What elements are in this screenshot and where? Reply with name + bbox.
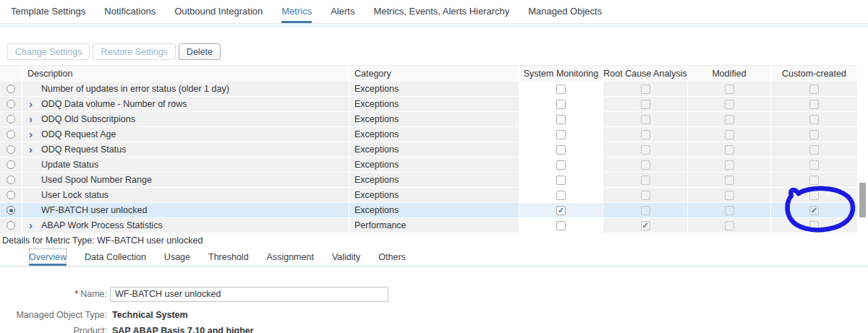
- header-category[interactable]: Category: [349, 65, 519, 81]
- change-settings-button[interactable]: Change Settings: [7, 43, 90, 60]
- details-tab-usage[interactable]: Usage: [164, 248, 190, 266]
- details-tab-assignment[interactable]: Assignment: [267, 248, 314, 266]
- modified-cell: [688, 82, 770, 96]
- root-cause-analysis-checkbox: [641, 221, 650, 230]
- header-custom-created[interactable]: Custom-created: [771, 65, 857, 81]
- category-cell: Exceptions: [349, 203, 519, 217]
- custom-created-checkbox: [809, 176, 819, 185]
- system-monitoring-checkbox[interactable]: [556, 221, 566, 230]
- description-text: ODQ Data volume - Number of rows: [41, 99, 187, 109]
- system-monitoring-checkbox[interactable]: [556, 145, 566, 155]
- header-description[interactable]: Description: [22, 65, 349, 81]
- system-monitoring-checkbox[interactable]: [556, 206, 566, 215]
- table-row[interactable]: ›ODQ Request AgeExceptions: [0, 127, 857, 142]
- description-cell: ›ODQ Old Subscritpions: [22, 112, 349, 126]
- table-row[interactable]: Update StatusExceptions: [0, 157, 857, 172]
- row-radio-button[interactable]: [7, 100, 15, 108]
- row-select-cell: [0, 82, 22, 96]
- details-tab-validity[interactable]: Validity: [332, 248, 360, 266]
- top-tab-outbound-integration[interactable]: Outbound Integration: [174, 0, 263, 23]
- system-monitoring-checkbox[interactable]: [556, 191, 566, 200]
- expand-chevron-icon[interactable]: ›: [29, 143, 33, 156]
- description-cell: ›ABAP Work Process Statistics: [22, 218, 349, 233]
- modified-cell: [688, 97, 770, 111]
- table-row[interactable]: ›ODQ Old SubscritpionsExceptions: [0, 112, 857, 126]
- modified-checkbox: [725, 130, 734, 139]
- system-monitoring-checkbox[interactable]: [556, 115, 566, 124]
- system-monitoring-cell: [519, 173, 603, 187]
- category-cell: Exceptions: [349, 127, 519, 142]
- root-cause-analysis-checkbox: [641, 100, 650, 109]
- top-tab-metrics[interactable]: Metrics: [281, 0, 312, 23]
- row-radio-button[interactable]: [7, 85, 15, 93]
- expand-chevron-icon[interactable]: ›: [29, 219, 33, 232]
- expand-chevron-icon[interactable]: ›: [29, 113, 33, 126]
- modified-cell: [688, 173, 770, 187]
- custom-created-checkbox: [809, 100, 819, 109]
- table-row[interactable]: Used Spool Number RangeExceptions: [0, 173, 857, 187]
- product-value: SAP ABAP Basis 7.10 and higher: [112, 326, 254, 333]
- row-radio-button[interactable]: [7, 115, 15, 124]
- table-row[interactable]: Number of updates in error status (older…: [0, 82, 857, 96]
- expand-chevron-icon[interactable]: ›: [29, 98, 33, 111]
- table-header-row: Description Category System Monitoring R…: [0, 65, 857, 81]
- top-tab-alerts[interactable]: Alerts: [331, 0, 354, 23]
- table-row[interactable]: ›ABAP Work Process StatisticsPerformance: [0, 218, 857, 233]
- table-scrollbar[interactable]: [858, 65, 868, 233]
- table-row[interactable]: ›ODQ Data volume - Number of rowsExcepti…: [0, 97, 857, 111]
- details-tab-data-collection[interactable]: Data Collection: [85, 248, 146, 266]
- row-radio-button[interactable]: [7, 130, 15, 139]
- modified-cell: [688, 127, 770, 142]
- details-tab-others[interactable]: Others: [378, 248, 406, 266]
- custom-created-cell: [771, 97, 857, 111]
- header-modified[interactable]: Modified: [688, 65, 770, 81]
- row-select-cell: [0, 142, 22, 157]
- root-cause-analysis-checkbox: [641, 191, 650, 200]
- row-radio-button[interactable]: [7, 160, 15, 169]
- description-cell: Update Status: [22, 157, 349, 172]
- custom-created-cell: [771, 112, 857, 126]
- details-tab-threshold[interactable]: Threshold: [208, 248, 249, 266]
- expand-chevron-icon[interactable]: ›: [29, 128, 33, 141]
- name-input[interactable]: [110, 287, 388, 302]
- row-radio-button[interactable]: [7, 206, 15, 215]
- delete-button[interactable]: Delete: [179, 43, 221, 60]
- custom-created-checkbox: [809, 115, 819, 124]
- details-tab-overview[interactable]: Overview: [29, 248, 67, 266]
- top-tab-managed-objects[interactable]: Managed Objects: [528, 0, 602, 23]
- table-row[interactable]: User Lock statusExceptions: [0, 188, 857, 202]
- top-tab-metrics-events-alerts-hierarchy[interactable]: Metrics, Events, Alerts Hierarchy: [373, 0, 509, 23]
- modified-checkbox: [725, 145, 734, 155]
- custom-created-cell: [771, 188, 857, 202]
- header-selection-column: [0, 65, 22, 81]
- system-monitoring-checkbox[interactable]: [556, 85, 566, 94]
- header-root-cause-analysis[interactable]: Root Cause Analysis: [603, 65, 687, 81]
- row-radio-button[interactable]: [7, 145, 15, 154]
- system-monitoring-checkbox[interactable]: [556, 130, 566, 139]
- table-row[interactable]: ›ODQ Request StatusExceptions: [0, 142, 857, 157]
- description-cell: ›ODQ Data volume - Number of rows: [22, 97, 349, 111]
- root-cause-analysis-cell: [603, 173, 687, 187]
- category-cell: Exceptions: [349, 142, 519, 157]
- top-tab-notifications[interactable]: Notifications: [104, 0, 156, 23]
- top-tab-template-settings[interactable]: Template Settings: [11, 0, 85, 23]
- root-cause-analysis-cell: [603, 82, 687, 96]
- system-monitoring-checkbox[interactable]: [556, 160, 566, 170]
- custom-created-checkbox: [809, 160, 819, 170]
- row-radio-button[interactable]: [7, 191, 15, 199]
- header-system-monitoring[interactable]: System Monitoring: [519, 65, 603, 81]
- description-cell: Used Spool Number Range: [22, 173, 349, 187]
- root-cause-analysis-checkbox: [641, 115, 650, 124]
- category-cell: Performance: [349, 218, 519, 233]
- scrollbar-thumb[interactable]: [859, 183, 866, 217]
- root-cause-analysis-cell: [603, 127, 687, 142]
- row-radio-button[interactable]: [7, 221, 15, 230]
- modified-checkbox: [725, 115, 734, 124]
- table-row[interactable]: WF-BATCH user unlockedExceptions: [0, 203, 857, 217]
- system-monitoring-checkbox[interactable]: [556, 176, 566, 185]
- system-monitoring-cell: [519, 142, 603, 157]
- system-monitoring-checkbox[interactable]: [556, 100, 566, 109]
- row-radio-button[interactable]: [7, 176, 15, 184]
- restore-settings-button[interactable]: Restore Settings: [93, 43, 175, 60]
- system-monitoring-cell: [519, 112, 603, 126]
